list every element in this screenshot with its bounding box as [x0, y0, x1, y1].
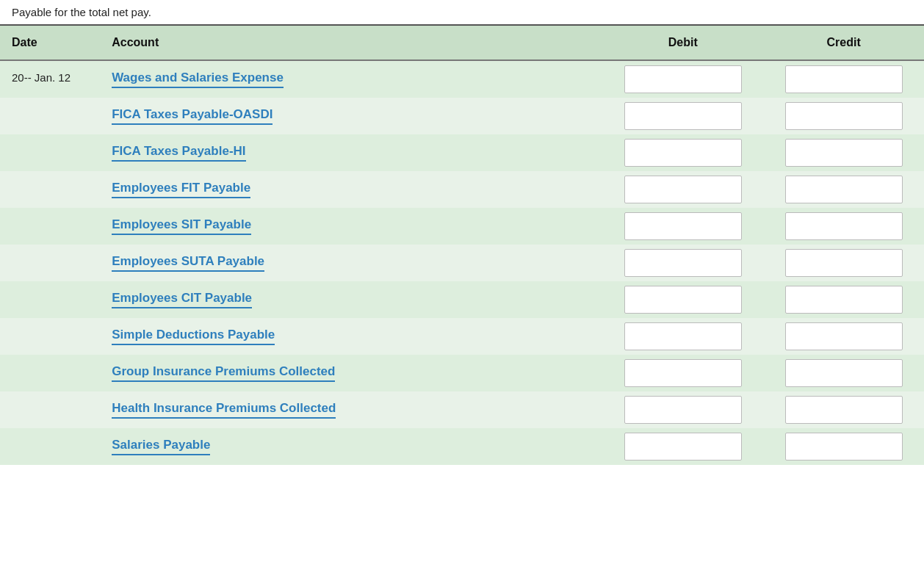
- table-header-row: Date Account Debit Credit: [0, 26, 924, 60]
- table-row: FICA Taxes Payable-OASDI: [0, 98, 924, 134]
- account-label: FICA Taxes Payable-HI: [112, 144, 245, 162]
- date-cell: [0, 98, 104, 134]
- debit-input[interactable]: [624, 102, 742, 130]
- debit-cell: [602, 245, 763, 281]
- table-row: 20-- Jan. 12Wages and Salaries Expense: [0, 60, 924, 98]
- date-cell: [0, 171, 104, 208]
- debit-input[interactable]: [624, 286, 742, 314]
- credit-cell: [763, 318, 924, 355]
- account-label: Employees SIT Payable: [112, 217, 251, 235]
- debit-cell: [602, 281, 763, 318]
- debit-input[interactable]: [624, 176, 742, 203]
- credit-input[interactable]: [785, 102, 903, 130]
- account-label: Employees CIT Payable: [112, 291, 252, 308]
- credit-input[interactable]: [785, 286, 903, 314]
- debit-cell: [602, 391, 763, 428]
- account-cell: Health Insurance Premiums Collected: [104, 391, 602, 428]
- account-cell: Simple Deductions Payable: [104, 318, 602, 355]
- debit-input[interactable]: [624, 322, 742, 350]
- credit-input[interactable]: [785, 139, 903, 167]
- account-label: FICA Taxes Payable-OASDI: [112, 107, 272, 125]
- credit-cell: [763, 98, 924, 134]
- account-label: Wages and Salaries Expense: [112, 71, 284, 88]
- account-cell: Wages and Salaries Expense: [104, 60, 602, 98]
- debit-input[interactable]: [624, 249, 742, 277]
- debit-input[interactable]: [624, 212, 742, 240]
- table-row: Employees FIT Payable: [0, 171, 924, 208]
- account-label: Employees SUTA Payable: [112, 254, 264, 272]
- account-cell: Employees CIT Payable: [104, 281, 602, 318]
- debit-input[interactable]: [624, 396, 742, 424]
- debit-input[interactable]: [624, 433, 742, 461]
- account-label: Salaries Payable: [112, 438, 210, 455]
- credit-input[interactable]: [785, 212, 903, 240]
- date-cell: [0, 281, 104, 318]
- account-column-header: Account: [104, 26, 602, 60]
- account-label: Simple Deductions Payable: [112, 328, 275, 345]
- account-label: Employees FIT Payable: [112, 181, 250, 198]
- debit-column-header: Debit: [602, 26, 763, 60]
- top-description: Payable for the total net pay.: [0, 0, 924, 26]
- credit-cell: [763, 208, 924, 245]
- table-row: Health Insurance Premiums Collected: [0, 391, 924, 428]
- credit-column-header: Credit: [763, 26, 924, 60]
- credit-cell: [763, 60, 924, 98]
- debit-cell: [602, 134, 763, 171]
- date-cell: [0, 208, 104, 245]
- credit-input[interactable]: [785, 65, 903, 93]
- date-cell: [0, 318, 104, 355]
- table-row: Group Insurance Premiums Collected: [0, 355, 924, 391]
- date-column-header: Date: [0, 26, 104, 60]
- debit-input[interactable]: [624, 65, 742, 93]
- date-cell: [0, 355, 104, 391]
- credit-input[interactable]: [785, 396, 903, 424]
- table-row: Salaries Payable: [0, 428, 924, 465]
- date-cell: [0, 391, 104, 428]
- credit-cell: [763, 134, 924, 171]
- credit-cell: [763, 391, 924, 428]
- account-cell: Group Insurance Premiums Collected: [104, 355, 602, 391]
- table-row: Simple Deductions Payable: [0, 318, 924, 355]
- account-cell: Employees SIT Payable: [104, 208, 602, 245]
- account-cell: FICA Taxes Payable-HI: [104, 134, 602, 171]
- credit-cell: [763, 428, 924, 465]
- credit-cell: [763, 281, 924, 318]
- credit-cell: [763, 245, 924, 281]
- debit-cell: [602, 355, 763, 391]
- date-cell: [0, 134, 104, 171]
- debit-cell: [602, 318, 763, 355]
- debit-cell: [602, 428, 763, 465]
- account-cell: Employees FIT Payable: [104, 171, 602, 208]
- table-row: FICA Taxes Payable-HI: [0, 134, 924, 171]
- debit-cell: [602, 208, 763, 245]
- date-cell: 20-- Jan. 12: [0, 60, 104, 98]
- debit-cell: [602, 60, 763, 98]
- debit-cell: [602, 171, 763, 208]
- date-cell: [0, 245, 104, 281]
- credit-input[interactable]: [785, 359, 903, 387]
- table-row: Employees CIT Payable: [0, 281, 924, 318]
- debit-input[interactable]: [624, 139, 742, 167]
- journal-table: Date Account Debit Credit 20-- Jan. 12Wa…: [0, 26, 924, 465]
- credit-cell: [763, 171, 924, 208]
- credit-cell: [763, 355, 924, 391]
- debit-cell: [602, 98, 763, 134]
- credit-input[interactable]: [785, 433, 903, 461]
- account-label: Group Insurance Premiums Collected: [112, 364, 335, 382]
- credit-input[interactable]: [785, 249, 903, 277]
- table-row: Employees SUTA Payable: [0, 245, 924, 281]
- account-cell: FICA Taxes Payable-OASDI: [104, 98, 602, 134]
- table-row: Employees SIT Payable: [0, 208, 924, 245]
- debit-input[interactable]: [624, 359, 742, 387]
- credit-input[interactable]: [785, 176, 903, 203]
- date-cell: [0, 428, 104, 465]
- account-cell: Employees SUTA Payable: [104, 245, 602, 281]
- account-label: Health Insurance Premiums Collected: [112, 401, 336, 419]
- account-cell: Salaries Payable: [104, 428, 602, 465]
- credit-input[interactable]: [785, 322, 903, 350]
